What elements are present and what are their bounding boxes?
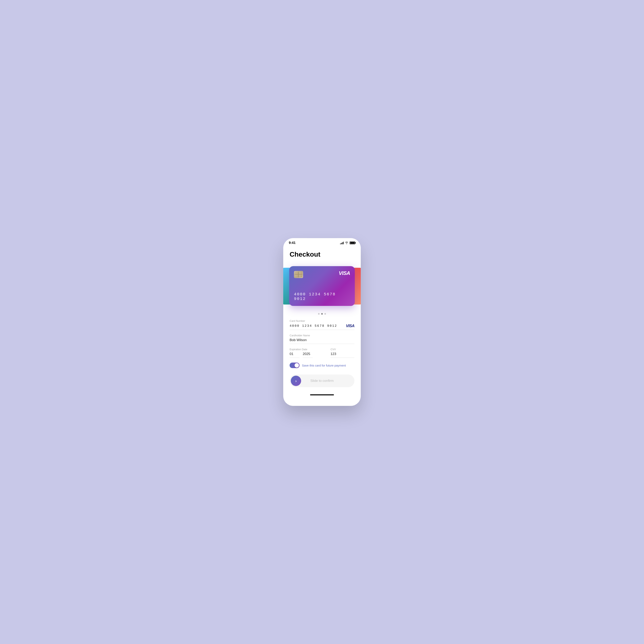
slide-button[interactable]: › [291,376,301,386]
cardholder-field-group: Cardholder Name Bob Wilson [290,334,354,344]
expiry-year-field[interactable]: 2025 [303,352,313,358]
expiry-month-field[interactable]: 01 [290,352,300,358]
wifi-icon [345,241,348,245]
card-number-field-group: Card Number 4000 1234 5678 9012 VISA [290,319,354,330]
cvv-label: CVV [331,348,354,351]
card-number-row[interactable]: 4000 1234 5678 9012 VISA [290,324,354,330]
expiry-month-value: 01 [290,352,293,356]
dot-2[interactable] [321,313,323,315]
status-bar: 9:41 [283,238,361,246]
expiry-label: Expiration Date [290,348,323,351]
credit-card[interactable]: VISA 4000 1234 5678 9012 [289,266,355,306]
content-area: Checkout VISA 4000 123 [283,246,361,406]
cvv-field[interactable]: 123 [331,352,354,358]
home-indicator [283,392,361,399]
dot-3[interactable] [324,313,326,315]
card-number-value: 4000 1234 5678 9012 [290,324,337,328]
card-number-display: 4000 1234 5678 9012 [294,292,350,301]
slide-to-confirm[interactable]: › Slide to confirm [290,374,354,387]
form-section: Card Number 4000 1234 5678 9012 VISA Car… [283,318,361,387]
card-network-badge: VISA [346,324,354,328]
status-time: 9:41 [289,241,296,245]
status-icons [340,241,355,245]
slide-arrow-icon: › [295,379,297,383]
battery-icon [350,241,355,244]
card-number-label: Card Number [290,319,354,322]
card-chip [294,271,303,278]
phone-frame: 9:41 Checkout [283,238,361,406]
slide-label: Slide to confirm [301,379,353,383]
expiry-cvv-row: Expiration Date 01 2025 CVV 123 [290,348,354,358]
expiry-fields: 01 2025 [290,352,323,358]
expiry-year-value: 2025 [303,352,310,356]
cvv-group: CVV 123 [331,348,354,358]
cardholder-row[interactable]: Bob Wilson [290,338,354,344]
save-card-label: Save this card for future payment [302,364,346,367]
toggle-knob [295,363,299,368]
home-bar [310,394,334,395]
card-carousel[interactable]: VISA 4000 1234 5678 9012 [283,262,361,310]
dot-1[interactable] [318,313,320,315]
expiry-group: Expiration Date 01 2025 [290,348,323,358]
cardholder-value: Bob Wilson [290,338,307,342]
cardholder-label: Cardholder Name [290,334,354,337]
signal-icon [340,241,344,244]
page-title: Checkout [283,248,361,262]
cvv-value: 123 [331,352,336,356]
pagination-dots [283,310,361,318]
save-card-toggle[interactable] [290,363,300,368]
save-card-row: Save this card for future payment [290,363,354,368]
card-visa-logo: VISA [339,270,350,276]
